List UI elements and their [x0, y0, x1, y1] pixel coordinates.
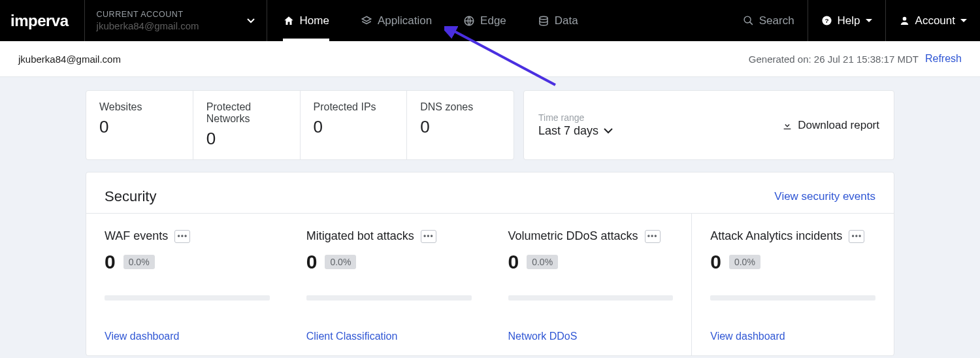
- caret-down-icon: [247, 18, 255, 24]
- percent-badge: 0.0%: [527, 255, 558, 269]
- kpi-label: DNS zones: [420, 101, 500, 113]
- more-button[interactable]: •••: [174, 230, 190, 243]
- nav-edge[interactable]: Edge: [448, 0, 522, 41]
- svg-point-5: [902, 17, 906, 21]
- sec-title: WAF events: [105, 229, 168, 243]
- help-icon: ?: [821, 15, 832, 26]
- kpi-label: Protected Networks: [206, 101, 287, 125]
- time-range-select[interactable]: Time range Last 7 days: [538, 112, 613, 138]
- kpi-value: 0: [206, 129, 287, 149]
- search-icon: [743, 15, 754, 26]
- sec-card-bots: Mitigated bot attacks ••• 0 0.0% Client …: [288, 214, 490, 355]
- security-title: Security: [105, 188, 156, 205]
- database-icon: [538, 15, 549, 27]
- more-button[interactable]: •••: [645, 230, 661, 243]
- globe-icon: [463, 15, 475, 27]
- download-report-label: Download report: [798, 119, 879, 132]
- help-label: Help: [838, 14, 860, 27]
- sec-value: 0: [306, 251, 318, 273]
- percent-badge: 0.0%: [729, 255, 760, 269]
- kpi-card: Websites 0 Protected Networks 0 Protecte…: [86, 90, 514, 160]
- nav-application-label: Application: [378, 14, 432, 27]
- nav-data[interactable]: Data: [522, 0, 594, 41]
- home-icon: [283, 15, 295, 27]
- help-menu[interactable]: ? Help: [808, 0, 885, 41]
- sec-title: Attack Analytics incidents: [710, 229, 842, 243]
- progress-bar: [508, 295, 674, 301]
- caret-down-icon: [960, 19, 967, 23]
- kpi-label: Websites: [99, 101, 180, 113]
- search-button[interactable]: Search: [730, 0, 808, 41]
- logo-text: imperva: [10, 12, 69, 30]
- time-range-value: Last 7 days: [538, 124, 598, 138]
- view-dashboard-link[interactable]: View dashboard: [710, 301, 875, 342]
- breadcrumb-email: jkuberka84@gmail.com: [18, 54, 121, 65]
- svg-point-1: [540, 16, 547, 20]
- progress-bar: [306, 295, 472, 301]
- nav-edge-label: Edge: [480, 14, 506, 27]
- kpi-websites[interactable]: Websites 0: [86, 91, 193, 159]
- download-icon: [782, 120, 792, 131]
- percent-badge: 0.0%: [123, 255, 155, 269]
- account-switcher[interactable]: CURRENT ACCOUNT jkuberka84@gmail.com: [84, 0, 267, 41]
- nav-application[interactable]: Application: [345, 0, 448, 41]
- account-switcher-label: CURRENT ACCOUNT: [97, 10, 199, 19]
- sec-value: 0: [105, 251, 116, 273]
- download-report-button[interactable]: Download report: [782, 119, 879, 132]
- kpi-value: 0: [99, 117, 180, 137]
- account-menu[interactable]: Account: [885, 0, 980, 41]
- nav-home-label: Home: [300, 14, 329, 27]
- kpi-dns[interactable]: DNS zones 0: [407, 91, 514, 159]
- time-range-label: Time range: [538, 112, 613, 123]
- logo: imperva: [0, 0, 84, 41]
- sec-title: Volumetric DDoS attacks: [508, 229, 638, 243]
- sec-card-ddos: Volumetric DDoS attacks ••• 0 0.0% Netwo…: [490, 214, 692, 355]
- account-label: Account: [915, 14, 955, 27]
- time-range-card: Time range Last 7 days Download report: [523, 90, 894, 160]
- network-ddos-link[interactable]: Network DDoS: [508, 301, 674, 342]
- layers-icon: [361, 15, 372, 27]
- more-button[interactable]: •••: [421, 230, 436, 243]
- security-panel: Security View security events WAF events…: [86, 172, 894, 356]
- kpi-value: 0: [314, 117, 394, 137]
- kpi-ips[interactable]: Protected IPs 0: [301, 91, 408, 159]
- svg-text:?: ?: [825, 17, 828, 24]
- kpi-networks[interactable]: Protected Networks 0: [193, 91, 301, 159]
- client-classification-link[interactable]: Client Classification: [306, 301, 472, 342]
- search-label: Search: [759, 14, 794, 27]
- account-switcher-value: jkuberka84@gmail.com: [97, 20, 199, 31]
- nav-data-label: Data: [555, 14, 578, 27]
- caret-down-icon: [866, 19, 872, 23]
- sec-value: 0: [508, 251, 519, 273]
- refresh-button[interactable]: Refresh: [925, 53, 962, 65]
- svg-point-2: [744, 16, 751, 23]
- progress-bar: [710, 295, 875, 301]
- user-icon: [899, 15, 910, 26]
- percent-badge: 0.0%: [325, 255, 356, 269]
- sec-value: 0: [710, 251, 721, 273]
- view-security-events-link[interactable]: View security events: [774, 190, 875, 203]
- nav-home[interactable]: Home: [267, 0, 345, 41]
- kpi-label: Protected IPs: [314, 101, 394, 113]
- progress-bar: [105, 295, 270, 301]
- kpi-value: 0: [420, 117, 500, 137]
- sec-card-analytics: Attack Analytics incidents ••• 0 0.0% Vi…: [691, 214, 894, 355]
- chevron-down-icon: [604, 128, 613, 134]
- generated-on-text: Generated on: 26 Jul 21 15:38:17 MDT: [749, 54, 919, 65]
- sec-title: Mitigated bot attacks: [306, 229, 414, 243]
- sec-card-waf: WAF events ••• 0 0.0% View dashboard: [86, 214, 288, 355]
- more-button[interactable]: •••: [849, 230, 864, 243]
- view-dashboard-link[interactable]: View dashboard: [105, 301, 270, 342]
